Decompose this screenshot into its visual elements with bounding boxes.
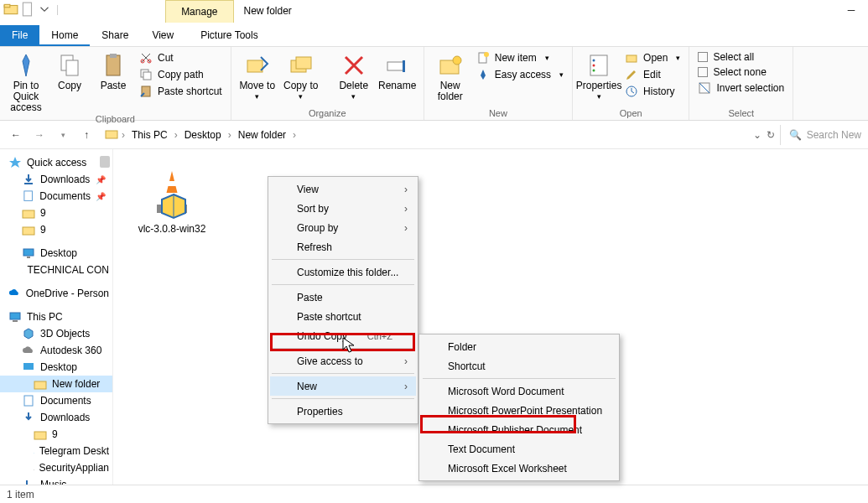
file-item[interactable]: vlc-3.0.8-win32: [130, 166, 214, 235]
new-item-button[interactable]: New item▾: [473, 50, 567, 65]
properties-button[interactable]: Properties▾: [578, 49, 620, 101]
ctx-view[interactable]: View›: [270, 179, 416, 199]
chevron-right-icon[interactable]: ›: [174, 129, 178, 141]
submenu-powerpoint[interactable]: PMicrosoft PowerPoint Presentation: [421, 401, 617, 420]
ctx-paste-shortcut[interactable]: Paste shortcut: [270, 307, 416, 326]
paste-shortcut-icon: [139, 85, 153, 98]
copy-button[interactable]: Copy: [49, 49, 91, 91]
tab-file[interactable]: File: [0, 25, 39, 46]
svg-rect-37: [13, 320, 18, 322]
nav-desktop[interactable]: Desktop: [0, 245, 112, 262]
desktop-icon: [22, 360, 35, 374]
nav-downloads2[interactable]: Downloads: [0, 409, 112, 426]
group-label-select: Select: [694, 108, 787, 120]
nav-downloads[interactable]: Downloads📌: [0, 171, 112, 188]
search-box[interactable]: 🔍 Search New: [780, 125, 861, 145]
submenu-publisher[interactable]: PMicrosoft Publisher Document: [421, 420, 617, 439]
easy-access-button[interactable]: Easy access▾: [473, 67, 567, 82]
tab-share[interactable]: Share: [90, 25, 140, 46]
nav-onedrive[interactable]: OneDrive - Person: [0, 285, 112, 302]
tab-view[interactable]: View: [140, 25, 185, 46]
scrollbar-thumb[interactable]: [100, 156, 110, 168]
contextual-tab-manage[interactable]: Manage: [165, 0, 233, 23]
cut-button[interactable]: Cut: [136, 50, 226, 65]
nav-documents2[interactable]: Documents: [0, 392, 112, 409]
move-to-button[interactable]: Move to▾: [236, 49, 278, 101]
pc-icon: [8, 310, 22, 324]
nav-technical[interactable]: TECHNICAL CON: [0, 262, 112, 278]
breadcrumb[interactable]: › This PC › Desktop › New folder ›: [101, 124, 748, 145]
pin-to-quick-access-button[interactable]: Pin to Quick access: [5, 49, 47, 114]
edit-button[interactable]: Edit: [621, 67, 683, 82]
ctx-group-by[interactable]: Group by›: [270, 218, 416, 237]
ctx-properties[interactable]: Properties: [270, 402, 416, 421]
chevron-down-icon[interactable]: [37, 2, 52, 17]
chevron-right-icon[interactable]: ›: [228, 129, 231, 141]
ctx-give-access[interactable]: Give access to›: [270, 351, 416, 371]
copy-path-button[interactable]: Copy path: [136, 67, 226, 82]
submenu-word[interactable]: WMicrosoft Word Document: [421, 381, 617, 401]
tab-picture-tools[interactable]: Picture Tools: [189, 25, 269, 46]
svg-rect-39: [34, 381, 46, 389]
select-all-button[interactable]: Select all: [694, 50, 787, 64]
nav-folder-9a[interactable]: 9: [0, 205, 112, 221]
nav-telegram[interactable]: Telegram Deskt: [0, 443, 112, 459]
submenu-excel[interactable]: XMicrosoft Excel Worksheet: [421, 459, 617, 478]
delete-button[interactable]: Delete▾: [333, 49, 375, 101]
chevron-down-icon[interactable]: ⌄: [753, 129, 761, 141]
vlc-icon: [145, 166, 199, 220]
paste-shortcut-button[interactable]: Paste shortcut: [136, 84, 226, 99]
forward-button[interactable]: →: [30, 126, 49, 144]
submenu-shortcut[interactable]: Shortcut: [421, 356, 617, 376]
nav-security[interactable]: SecurityApplian: [0, 459, 112, 476]
chevron-right-icon[interactable]: ›: [122, 129, 125, 141]
nav-autodesk[interactable]: Autodesk 360: [0, 342, 112, 359]
tab-home[interactable]: Home: [39, 25, 90, 46]
navigation-pane: Quick access Downloads📌 Documents📌 9 9 D…: [0, 149, 113, 485]
paste-button[interactable]: Paste: [92, 49, 134, 91]
ribbon-group-select: Select all Select none Invert selection …: [689, 47, 793, 120]
chevron-right-icon[interactable]: ›: [293, 129, 296, 141]
nav-new-folder[interactable]: New folder: [0, 376, 112, 392]
nav-desktop2[interactable]: Desktop: [0, 359, 112, 376]
ctx-new[interactable]: New›: [270, 376, 416, 396]
copy-to-button[interactable]: Copy to▾: [280, 49, 322, 101]
new-folder-button[interactable]: New folder: [429, 49, 471, 102]
invert-selection-button[interactable]: Invert selection: [694, 80, 787, 96]
history-icon: [625, 85, 638, 98]
svg-rect-32: [23, 227, 34, 235]
ribbon-group-clipboard: Pin to Quick access Copy Paste Cut Copy …: [0, 47, 231, 120]
back-button[interactable]: ←: [7, 126, 25, 144]
separator: [272, 373, 414, 374]
crumb-this-pc[interactable]: This PC: [128, 127, 171, 143]
ctx-customize[interactable]: Customize this folder...: [270, 262, 416, 282]
nav-3d-objects[interactable]: 3D Objects: [0, 325, 112, 342]
up-button[interactable]: ↑: [77, 126, 96, 144]
folder-icon: [22, 223, 35, 236]
select-none-button[interactable]: Select none: [694, 65, 787, 79]
crumb-new-folder[interactable]: New folder: [235, 127, 289, 143]
nav-quick-access[interactable]: Quick access: [0, 154, 112, 171]
open-button[interactable]: Open▾: [621, 50, 683, 65]
svg-rect-25: [626, 55, 637, 62]
nav-folder-9b[interactable]: 9: [0, 221, 112, 238]
rename-button[interactable]: Rename: [377, 49, 418, 91]
recent-locations-button[interactable]: ▾: [54, 126, 72, 144]
submenu-folder[interactable]: Folder: [421, 337, 617, 356]
refresh-button[interactable]: ↻: [767, 129, 775, 141]
minimize-button[interactable]: ─: [834, 0, 868, 20]
nav-this-pc[interactable]: This PC: [0, 309, 112, 325]
svg-rect-10: [143, 72, 151, 80]
ctx-sort-by[interactable]: Sort by›: [270, 199, 416, 218]
submenu-text[interactable]: Text Document: [421, 439, 617, 459]
ctx-paste[interactable]: Paste: [270, 288, 416, 307]
nav-music[interactable]: Music: [0, 476, 112, 485]
folder-icon: [3, 2, 18, 17]
document-icon: [20, 2, 35, 17]
crumb-desktop[interactable]: Desktop: [181, 127, 225, 143]
nav-documents[interactable]: Documents📌: [0, 188, 112, 205]
nav-folder-9c[interactable]: 9: [0, 426, 112, 443]
ctx-refresh[interactable]: Refresh: [270, 237, 416, 257]
history-button[interactable]: History: [621, 84, 683, 99]
pin-label: Pin to Quick access: [5, 80, 47, 114]
